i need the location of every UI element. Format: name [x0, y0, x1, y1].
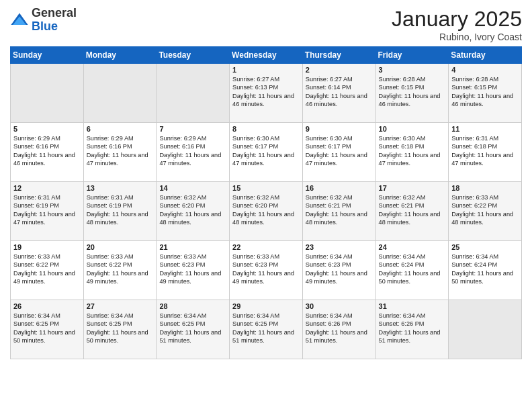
day-number: 10 [379, 125, 446, 133]
day-number: 29 [232, 302, 300, 310]
day-info: Sunrise: 6:32 AM Sunset: 6:20 PM Dayligh… [232, 193, 300, 227]
day-number: 15 [232, 184, 300, 192]
day-info: Sunrise: 6:34 AM Sunset: 6:26 PM Dayligh… [379, 312, 446, 345]
title-area: January 2025 Rubino, Ivory Coast [392, 7, 522, 42]
calendar-cell: 8Sunrise: 6:30 AM Sunset: 6:17 PM Daylig… [230, 123, 303, 182]
day-info: Sunrise: 6:30 AM Sunset: 6:18 PM Dayligh… [379, 134, 446, 168]
calendar-cell: 30Sunrise: 6:34 AM Sunset: 6:26 PM Dayli… [302, 300, 375, 359]
day-number: 28 [159, 302, 226, 310]
calendar-week-row: 1Sunrise: 6:27 AM Sunset: 6:13 PM Daylig… [11, 64, 522, 123]
day-info: Sunrise: 6:30 AM Sunset: 6:17 PM Dayligh… [232, 134, 300, 168]
calendar-cell: 19Sunrise: 6:33 AM Sunset: 6:22 PM Dayli… [11, 241, 84, 300]
weekday-header-wednesday: Wednesday [230, 47, 303, 64]
day-number: 19 [13, 243, 81, 251]
calendar-cell: 6Sunrise: 6:29 AM Sunset: 6:16 PM Daylig… [83, 123, 157, 182]
calendar-week-row: 19Sunrise: 6:33 AM Sunset: 6:22 PM Dayli… [11, 241, 522, 300]
day-number: 7 [159, 125, 226, 133]
calendar-cell: 21Sunrise: 6:33 AM Sunset: 6:23 PM Dayli… [157, 241, 230, 300]
day-number: 12 [13, 184, 81, 192]
day-number: 22 [232, 243, 300, 251]
calendar-cell: 24Sunrise: 6:34 AM Sunset: 6:24 PM Dayli… [375, 241, 449, 300]
calendar-cell [449, 300, 522, 359]
calendar-cell [83, 64, 157, 123]
day-number: 31 [379, 302, 446, 310]
day-info: Sunrise: 6:34 AM Sunset: 6:25 PM Dayligh… [87, 312, 154, 345]
calendar-cell: 13Sunrise: 6:31 AM Sunset: 6:19 PM Dayli… [83, 182, 157, 241]
day-info: Sunrise: 6:33 AM Sunset: 6:23 PM Dayligh… [159, 253, 226, 286]
calendar-cell: 31Sunrise: 6:34 AM Sunset: 6:26 PM Dayli… [375, 300, 449, 359]
logo-general: General [32, 7, 77, 20]
day-info: Sunrise: 6:34 AM Sunset: 6:24 PM Dayligh… [379, 253, 446, 286]
calendar-cell: 2Sunrise: 6:27 AM Sunset: 6:14 PM Daylig… [302, 64, 375, 123]
calendar-cell [157, 64, 230, 123]
calendar-week-row: 12Sunrise: 6:31 AM Sunset: 6:19 PM Dayli… [11, 182, 522, 241]
calendar-cell: 28Sunrise: 6:34 AM Sunset: 6:25 PM Dayli… [157, 300, 230, 359]
day-number: 6 [87, 125, 154, 133]
calendar-cell: 3Sunrise: 6:28 AM Sunset: 6:15 PM Daylig… [375, 64, 449, 123]
calendar-cell: 20Sunrise: 6:33 AM Sunset: 6:22 PM Dayli… [83, 241, 157, 300]
calendar-week-row: 26Sunrise: 6:34 AM Sunset: 6:25 PM Dayli… [11, 300, 522, 359]
weekday-header-sunday: Sunday [11, 47, 84, 64]
day-info: Sunrise: 6:34 AM Sunset: 6:23 PM Dayligh… [306, 253, 373, 286]
day-number: 17 [379, 184, 446, 192]
day-number: 11 [451, 125, 519, 133]
day-info: Sunrise: 6:30 AM Sunset: 6:17 PM Dayligh… [306, 134, 373, 168]
calendar-cell: 26Sunrise: 6:34 AM Sunset: 6:25 PM Dayli… [11, 300, 84, 359]
calendar-cell: 1Sunrise: 6:27 AM Sunset: 6:13 PM Daylig… [230, 64, 303, 123]
day-number: 25 [451, 243, 519, 251]
day-number: 23 [306, 243, 373, 251]
day-info: Sunrise: 6:33 AM Sunset: 6:23 PM Dayligh… [232, 253, 300, 286]
day-info: Sunrise: 6:28 AM Sunset: 6:15 PM Dayligh… [451, 75, 519, 109]
day-info: Sunrise: 6:34 AM Sunset: 6:25 PM Dayligh… [232, 312, 300, 345]
weekday-header-monday: Monday [83, 47, 157, 64]
day-number: 14 [159, 184, 226, 192]
logo-blue: Blue [32, 20, 77, 34]
subtitle: Rubino, Ivory Coast [392, 32, 522, 42]
calendar-cell: 10Sunrise: 6:30 AM Sunset: 6:18 PM Dayli… [375, 123, 449, 182]
day-info: Sunrise: 6:28 AM Sunset: 6:15 PM Dayligh… [379, 75, 446, 109]
calendar-cell: 18Sunrise: 6:33 AM Sunset: 6:22 PM Dayli… [449, 182, 522, 241]
day-info: Sunrise: 6:34 AM Sunset: 6:25 PM Dayligh… [13, 312, 81, 345]
day-info: Sunrise: 6:34 AM Sunset: 6:25 PM Dayligh… [159, 312, 226, 345]
day-info: Sunrise: 6:31 AM Sunset: 6:19 PM Dayligh… [87, 193, 154, 227]
day-info: Sunrise: 6:27 AM Sunset: 6:13 PM Dayligh… [232, 75, 300, 109]
day-number: 5 [13, 125, 81, 133]
day-number: 21 [159, 243, 226, 251]
day-info: Sunrise: 6:33 AM Sunset: 6:22 PM Dayligh… [13, 253, 81, 286]
calendar-week-row: 5Sunrise: 6:29 AM Sunset: 6:16 PM Daylig… [11, 123, 522, 182]
day-number: 16 [306, 184, 373, 192]
day-info: Sunrise: 6:31 AM Sunset: 6:18 PM Dayligh… [451, 134, 519, 168]
calendar-cell: 23Sunrise: 6:34 AM Sunset: 6:23 PM Dayli… [302, 241, 375, 300]
calendar-cell: 14Sunrise: 6:32 AM Sunset: 6:20 PM Dayli… [157, 182, 230, 241]
day-number: 3 [379, 66, 446, 74]
calendar-cell: 16Sunrise: 6:32 AM Sunset: 6:21 PM Dayli… [302, 182, 375, 241]
logo-icon [10, 11, 29, 30]
day-info: Sunrise: 6:32 AM Sunset: 6:20 PM Dayligh… [159, 193, 226, 227]
day-info: Sunrise: 6:27 AM Sunset: 6:14 PM Dayligh… [306, 75, 373, 109]
day-info: Sunrise: 6:32 AM Sunset: 6:21 PM Dayligh… [306, 193, 373, 227]
calendar-cell: 11Sunrise: 6:31 AM Sunset: 6:18 PM Dayli… [449, 123, 522, 182]
calendar-cell: 5Sunrise: 6:29 AM Sunset: 6:16 PM Daylig… [11, 123, 84, 182]
header: General Blue January 2025 Rubino, Ivory … [10, 7, 522, 42]
day-number: 8 [232, 125, 300, 133]
day-info: Sunrise: 6:29 AM Sunset: 6:16 PM Dayligh… [159, 134, 226, 168]
day-number: 2 [306, 66, 373, 74]
day-number: 18 [451, 184, 519, 192]
calendar-cell: 27Sunrise: 6:34 AM Sunset: 6:25 PM Dayli… [83, 300, 157, 359]
calendar-table: SundayMondayTuesdayWednesdayThursdayFrid… [10, 46, 522, 359]
calendar-page: General Blue January 2025 Rubino, Ivory … [0, 0, 532, 411]
day-info: Sunrise: 6:33 AM Sunset: 6:22 PM Dayligh… [87, 253, 154, 286]
day-number: 27 [87, 302, 154, 310]
calendar-cell: 15Sunrise: 6:32 AM Sunset: 6:20 PM Dayli… [230, 182, 303, 241]
day-number: 1 [232, 66, 300, 74]
day-info: Sunrise: 6:34 AM Sunset: 6:26 PM Dayligh… [306, 312, 373, 345]
day-number: 20 [87, 243, 154, 251]
calendar-cell: 12Sunrise: 6:31 AM Sunset: 6:19 PM Dayli… [11, 182, 84, 241]
weekday-header-row: SundayMondayTuesdayWednesdayThursdayFrid… [11, 47, 522, 64]
weekday-header-saturday: Saturday [449, 47, 522, 64]
day-info: Sunrise: 6:29 AM Sunset: 6:16 PM Dayligh… [13, 134, 81, 168]
day-info: Sunrise: 6:34 AM Sunset: 6:24 PM Dayligh… [451, 253, 519, 286]
calendar-cell: 25Sunrise: 6:34 AM Sunset: 6:24 PM Dayli… [449, 241, 522, 300]
calendar-cell: 17Sunrise: 6:32 AM Sunset: 6:21 PM Dayli… [375, 182, 449, 241]
logo: General Blue [10, 7, 77, 34]
